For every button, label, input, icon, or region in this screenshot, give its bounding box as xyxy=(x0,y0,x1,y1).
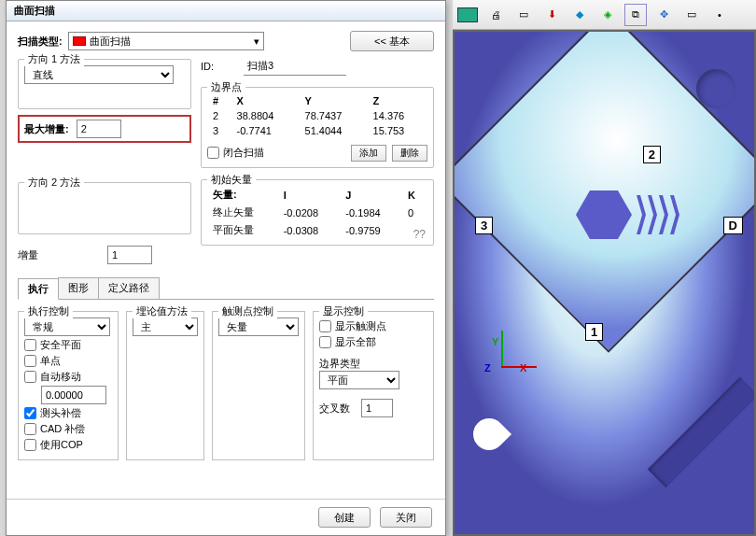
cad-viewport[interactable]: 2 3 D 1 Y X Z xyxy=(453,30,756,536)
increment-label: 增量 xyxy=(18,248,102,262)
table-row: 终止矢量-0.0208-0.19840 xyxy=(207,204,427,221)
tool-icon-6[interactable]: • xyxy=(708,4,731,26)
max-increment-label: 最大增量: xyxy=(24,122,69,136)
max-increment-input[interactable] xyxy=(77,120,121,138)
scan-type-value: 曲面扫描 xyxy=(90,35,131,49)
viewport-content: 2 3 D 1 Y X Z xyxy=(455,32,754,534)
tab-graphics[interactable]: 图形 xyxy=(58,277,99,299)
printer-icon[interactable]: 🖨 xyxy=(484,4,507,26)
delete-button[interactable]: 删除 xyxy=(392,145,427,162)
use-cop-check[interactable]: 使用COP xyxy=(24,438,112,452)
init-vector-legend: 初始矢量 xyxy=(207,173,256,187)
show-touch-check[interactable]: 显示触测点 xyxy=(319,319,427,333)
color-1[interactable] xyxy=(456,4,479,26)
tool-icon-4[interactable]: ◈ xyxy=(596,4,619,26)
init-vector-table[interactable]: 矢量:IJK 终止矢量-0.0208-0.19840 平面矢量-0.0308-0… xyxy=(207,186,427,239)
part-chevrons xyxy=(637,195,679,234)
dir1-method-label: 方向 1 方法 xyxy=(24,52,84,66)
main-toolbar: 🖨 ▭ ⬇ ◆ ◈ ⧉ ✥ ▭ • xyxy=(453,0,756,30)
basic-button[interactable]: << 基本 xyxy=(350,31,434,51)
closed-scan-check[interactable]: 闭合扫描 xyxy=(207,146,264,160)
tab-bar: 执行 图形 定义路径 xyxy=(18,277,434,300)
touch-control-select[interactable]: 矢量 xyxy=(218,317,299,336)
table-row: 238.880478.743714.376 xyxy=(207,108,427,123)
fit-method-legend: 埋论值方法 xyxy=(133,304,191,318)
create-button[interactable]: 创建 xyxy=(318,507,371,528)
boundary-points-legend: 边界点 xyxy=(207,80,245,94)
chevron-down-icon[interactable]: ▾ xyxy=(254,35,259,48)
touch-control-legend: 触测点控制 xyxy=(218,304,277,318)
marker-3[interactable]: 3 xyxy=(475,217,493,234)
cross-count-label: 交叉数 xyxy=(319,402,350,416)
tab-define-path[interactable]: 定义路径 xyxy=(98,277,160,299)
dialog-titlebar: 曲面扫描 xyxy=(7,1,445,21)
move-icon[interactable]: ✥ xyxy=(652,4,675,26)
auto-move-value[interactable] xyxy=(41,386,106,404)
part-hole-2 xyxy=(467,412,511,457)
increment-input[interactable] xyxy=(107,246,152,264)
marker-2[interactable]: 2 xyxy=(643,146,661,163)
max-increment-field: 最大增量: xyxy=(18,115,191,143)
dir1-method-select[interactable]: 直线 xyxy=(24,65,174,84)
tool-icon-1[interactable]: ▭ xyxy=(512,4,535,26)
comment-icon[interactable]: ▭ xyxy=(680,4,703,26)
tool-icon-5[interactable]: ⧉ xyxy=(624,4,647,26)
scan-type-icon xyxy=(73,36,86,46)
scan-type-label: 扫描类型: xyxy=(18,35,63,49)
marker-D[interactable]: D xyxy=(723,217,743,234)
exec-control-legend: 执行控制 xyxy=(24,304,73,318)
cad-comp-check[interactable]: CAD 补偿 xyxy=(24,422,112,436)
unknown-label: ?? xyxy=(413,228,426,241)
boundary-points-table[interactable]: #X YZ 238.880478.743714.376 3-0.774151.4… xyxy=(207,93,427,138)
close-button[interactable]: 关闭 xyxy=(380,507,432,528)
tab-execute[interactable]: 执行 xyxy=(18,278,59,300)
dir2-method-label: 方向 2 方法 xyxy=(24,176,84,190)
single-point-check[interactable]: 单点 xyxy=(24,354,112,368)
exec-mode-select[interactable]: 常规 xyxy=(24,317,110,336)
marker-1[interactable]: 1 xyxy=(585,323,603,341)
safe-plane-check[interactable]: 安全平面 xyxy=(24,338,112,352)
tool-icon-3[interactable]: ◆ xyxy=(568,4,591,26)
add-button[interactable]: 添加 xyxy=(351,145,386,162)
auto-move-check[interactable]: 自动移动 xyxy=(24,370,112,384)
id-input[interactable] xyxy=(244,57,346,76)
probe-comp-check[interactable]: 测头补偿 xyxy=(24,406,112,420)
display-control-legend: 显示控制 xyxy=(319,304,368,318)
show-all-check[interactable]: 显示全部 xyxy=(319,335,427,349)
table-row: 3-0.774151.404415.753 xyxy=(207,123,427,138)
boundary-type-select[interactable]: 平面 xyxy=(319,371,399,389)
scan-dialog: 曲面扫描 扫描类型: 曲面扫描 ▾ << 基本 方向 1 方法 直线 最大增量 xyxy=(6,0,446,536)
part-slot xyxy=(648,377,756,488)
tool-icon-2[interactable]: ⬇ xyxy=(540,4,563,26)
id-label: ID: xyxy=(201,61,238,72)
cross-count-input[interactable] xyxy=(361,399,393,417)
table-row: 平面矢量-0.0308-0.9759 xyxy=(207,221,427,239)
boundary-type-label: 边界类型 xyxy=(319,357,427,371)
fit-method-select[interactable]: 主 xyxy=(133,317,198,336)
